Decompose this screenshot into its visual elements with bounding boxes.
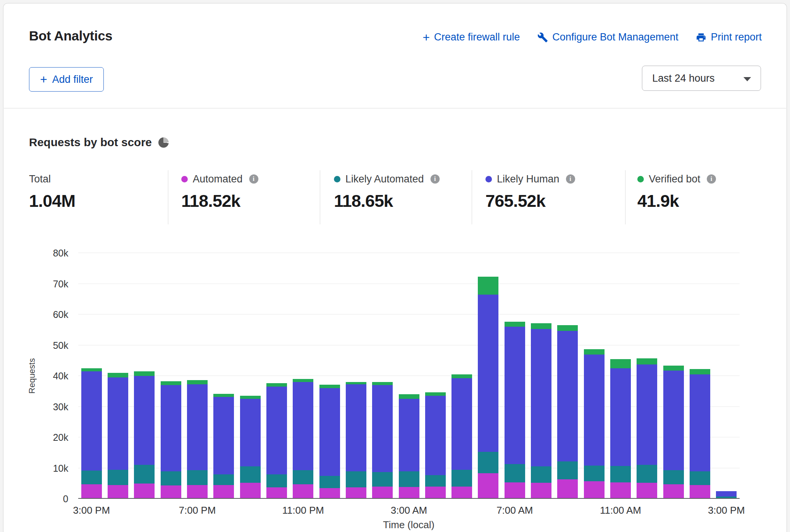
header-actions: Create firewall rule Configure Bot Manag… [422, 31, 762, 43]
bar-segment-likely-human [716, 491, 737, 497]
bar-segment-likely-automated [451, 470, 472, 487]
bar-1-00-pm[interactable] [663, 366, 684, 499]
info-icon[interactable] [707, 174, 716, 184]
bar-3-00-pm[interactable] [716, 491, 737, 499]
bar-segment-verified-bot [372, 382, 393, 385]
bar-7-00-am[interactable] [505, 322, 525, 499]
stat-automated[interactable]: Automated 118.52k [181, 172, 258, 211]
bar-segment-likely-automated [505, 464, 525, 482]
configure-bot-management-link[interactable]: Configure Bot Management [537, 31, 678, 43]
add-filter-button[interactable]: Add filter [29, 67, 104, 92]
bar-segment-verified-bot [293, 379, 313, 382]
bar-segment-automated [690, 485, 710, 499]
bar-segment-likely-human [187, 384, 208, 470]
bar-5-00-pm[interactable] [134, 371, 155, 499]
bar-10-00-am[interactable] [584, 349, 605, 499]
bar-4-00-am[interactable] [425, 392, 446, 499]
bar-6-00-am[interactable] [478, 277, 498, 499]
x-tick-label: 3:00 PM [73, 505, 110, 516]
bar-segment-verified-bot [505, 322, 525, 327]
stat-automated-value: 118.52k [181, 191, 258, 211]
bar-12-00-am[interactable] [319, 385, 340, 499]
print-report-label: Print report [711, 31, 762, 43]
bar-segment-likely-automated [108, 470, 128, 485]
create-firewall-rule-link[interactable]: Create firewall rule [422, 31, 520, 43]
bar-segment-verified-bot [81, 368, 102, 371]
info-icon[interactable] [566, 174, 575, 184]
bar-4-00-pm[interactable] [108, 373, 128, 499]
bar-segment-likely-automated [293, 470, 313, 484]
bar-5-00-am[interactable] [451, 374, 472, 499]
bar-12-00-pm[interactable] [637, 358, 657, 499]
time-range-select[interactable]: Last 24 hours [642, 66, 761, 91]
bar-segment-automated [134, 484, 155, 499]
bar-segment-likely-human [293, 382, 313, 470]
x-tick-label: 11:00 AM [600, 505, 641, 516]
bar-segment-likely-automated [346, 471, 366, 488]
bar-3-00-pm[interactable] [81, 368, 102, 499]
bar-7-00-pm[interactable] [187, 380, 208, 499]
bar-10-00-pm[interactable] [266, 383, 287, 499]
stat-verified-bot[interactable]: Verified bot 41.9k [637, 172, 716, 211]
bar-segment-likely-human [505, 327, 525, 464]
bar-segment-verified-bot [610, 359, 631, 368]
page-title: Bot Analytics [29, 28, 112, 44]
bar-segment-likely-automated [425, 475, 446, 487]
bar-segment-likely-automated [584, 466, 605, 481]
bar-3-00-am[interactable] [399, 394, 419, 499]
bar-11-00-pm[interactable] [293, 379, 313, 499]
stat-divider [168, 170, 168, 224]
bar-segment-likely-human [425, 396, 446, 475]
bar-9-00-am[interactable] [557, 325, 578, 499]
info-icon[interactable] [249, 174, 258, 184]
bar-6-00-pm[interactable] [161, 381, 181, 499]
bar-segment-likely-human [240, 399, 261, 466]
bar-8-00-pm[interactable] [213, 394, 234, 499]
bar-segment-likely-human [557, 331, 578, 461]
bar-segment-likely-automated [187, 470, 208, 485]
print-report-link[interactable]: Print report [696, 31, 762, 43]
bar-segment-verified-bot [319, 385, 340, 389]
gridline [78, 345, 740, 345]
stat-total-label: Total [29, 173, 51, 185]
bar-2-00-am[interactable] [372, 382, 393, 499]
bar-segment-automated [266, 487, 287, 499]
bar-segment-likely-human [346, 384, 366, 471]
bar-segment-likely-human [610, 368, 631, 466]
y-tick-label: 70k [0, 279, 73, 289]
stat-likely-human[interactable]: Likely Human 765.52k [485, 172, 575, 211]
header-divider [4, 108, 786, 108]
x-tick-label: 11:00 PM [282, 505, 324, 516]
info-icon[interactable] [430, 174, 440, 184]
create-firewall-rule-label: Create firewall rule [434, 31, 520, 43]
stat-likely-automated[interactable]: Likely Automated 118.65k [334, 172, 440, 211]
y-tick-label: 20k [0, 432, 73, 443]
y-tick-label: 30k [0, 401, 73, 412]
bar-segment-verified-bot [663, 366, 684, 371]
bar-segment-likely-human [478, 295, 498, 452]
bar-1-00-am[interactable] [346, 382, 366, 499]
legend-dot-automated [181, 176, 188, 182]
bar-segment-verified-bot [187, 380, 208, 384]
bar-11-00-am[interactable] [610, 359, 631, 499]
bar-segment-automated [637, 483, 657, 499]
bar-segment-automated [372, 487, 393, 499]
pie-chart-icon [158, 137, 169, 148]
bar-2-00-pm[interactable] [690, 369, 710, 499]
bar-segment-likely-human [213, 397, 234, 474]
bar-9-00-pm[interactable] [240, 396, 261, 499]
legend-dot-verified-bot [637, 176, 644, 182]
y-axis: 010k20k30k40k50k60k70k80k [0, 253, 73, 499]
bar-segment-verified-bot [637, 358, 657, 364]
bar-segment-automated [81, 484, 102, 499]
bar-segment-likely-human [108, 377, 128, 470]
bar-segment-likely-human [266, 387, 287, 474]
bar-8-00-am[interactable] [531, 323, 551, 499]
bar-segment-automated [531, 483, 551, 499]
bar-segment-likely-automated [399, 471, 419, 487]
bar-segment-likely-human [637, 364, 657, 465]
bar-segment-automated [584, 481, 605, 499]
bar-segment-automated [451, 487, 472, 499]
y-tick-label: 10k [0, 463, 73, 474]
bar-segment-likely-human [134, 376, 155, 465]
